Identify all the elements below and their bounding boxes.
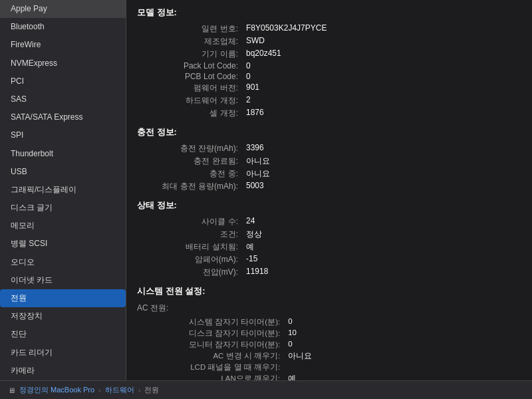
field-value: 정상 [243,228,521,241]
table-row: 최대 충전 용량(mAh):5003 [137,180,521,193]
sidebar-item-spi[interactable]: SPI [0,126,126,144]
table-row: 기기 이름:bq20z451 [137,48,521,61]
sidebar: Apple PayBluetoothFireWireNVMExpressPCIS… [0,0,126,380]
table-row: LAN으로 깨우기:예 [137,373,521,380]
sidebar-item-disk-size[interactable]: 디스크 글기 [0,199,126,217]
sidebar-item-usb[interactable]: USB [0,163,126,181]
charge-info-table: 충전 잔량(mAh):3396충전 완료됨:아니요충전 중:아니요최대 충전 용… [137,142,521,193]
sidebar-item-bluetooth[interactable]: Bluetooth [0,18,126,36]
field-label: 최대 충전 용량(mAh): [137,180,243,193]
field-label: 디스크 잠자기 타이머(분): [137,328,285,339]
content-area: Apple PayBluetoothFireWireNVMExpressPCIS… [0,0,532,380]
table-row: 모니터 잠자기 타이머(분):0 [137,339,521,350]
field-value: F8Y0503K2J4J7PYCE [243,23,521,35]
field-value: 아니요 [285,350,521,362]
field-value: -15 [243,253,521,266]
breadcrumb-icon: 🖥 [8,386,15,394]
sidebar-item-parallel-scsi[interactable]: 병렬 SCSI [0,235,126,253]
field-label: 전압(mV): [137,266,243,279]
breadcrumb-sep2: › [138,386,141,394]
ac-section-title: AC 전원: [137,303,521,314]
table-row: 사이클 수:24 [137,215,521,228]
field-value: 24 [243,215,521,228]
charge-section-title: 충전 정보: [137,126,521,138]
table-row: 제조업체:SWD [137,35,521,48]
breadcrumb-current: 전원 [144,385,159,395]
table-row: 충전 중:아니요 [137,168,521,180]
field-value: 아니요 [243,155,521,168]
table-row: PCB Lot Code:0 [137,71,521,82]
table-row: Pack Lot Code:0 [137,61,521,71]
field-label: 일련 번호: [137,23,243,35]
table-row: 충전 완료됨:아니요 [137,155,521,168]
sidebar-item-card-reader[interactable]: 카드 리더기 [0,344,126,362]
table-row: 디스크 잠자기 타이머(분):10 [137,328,521,339]
main-window: Apple PayBluetoothFireWireNVMExpressPCIS… [0,0,532,399]
field-label: 배터리 설치됨: [137,241,243,253]
field-value: 1876 [243,107,521,120]
sidebar-item-sata-sata-express[interactable]: SATA/SATA Express [0,108,126,126]
field-label: LAN으로 깨우기: [137,373,285,380]
table-row: 암페어(mA):-15 [137,253,521,266]
field-label: 충전 중: [137,168,243,180]
ac-info-table: 시스템 잠자기 타이머(분):0디스크 잠자기 타이머(분):10모니터 잠자기… [137,317,521,380]
field-label: 펌웨어 버전: [137,82,243,94]
bottom-bar: 🖥 정경인의 MacBook Pro › 하드웨어 › 전원 [0,380,532,399]
status-info-table: 사이클 수:24조건:정상배터리 설치됨:예암페어(mA):-15전압(mV):… [137,215,521,279]
field-label: 충전 잔량(mAh): [137,142,243,155]
field-value: bq20z451 [243,48,521,61]
field-value: 예 [285,373,521,380]
sidebar-item-nvmexpress[interactable]: NVMExpress [0,55,126,72]
field-value [285,362,521,373]
field-label: 충전 완료됨: [137,155,243,168]
breadcrumb-section[interactable]: 하드웨어 [105,385,134,395]
sidebar-item-storage-device[interactable]: 저장장치 [0,307,126,325]
field-value: 0 [243,61,521,71]
breadcrumb-sep1: › [98,386,101,394]
field-label: PCB Lot Code: [137,71,243,82]
table-row: AC 변경 시 깨우기:아니요 [137,350,521,362]
field-value: SWD [243,35,521,48]
field-label: AC 변경 시 깨우기: [137,350,285,362]
breadcrumb-computer[interactable]: 정경인의 MacBook Pro [19,385,94,395]
sidebar-item-firewire[interactable]: FireWire [0,36,126,54]
sidebar-item-power[interactable]: 전원 [0,289,126,307]
field-label: 시스템 잠자기 타이머(분): [137,317,285,328]
sidebar-item-diagnosis[interactable]: 진단 [0,325,126,343]
table-row: LCD 패널을 열 때 깨우기: [137,362,521,373]
table-row: 일련 번호:F8Y0503K2J4J7PYCE [137,23,521,35]
field-label: 사이클 수: [137,215,243,228]
sidebar-item-thunderbolt[interactable]: Thunderbolt [0,145,126,163]
model-section-title: 모델 정보: [137,7,521,19]
field-value: 예 [243,241,521,253]
field-value: 3396 [243,142,521,155]
field-label: 모니터 잠자기 타이머(분): [137,339,285,350]
table-row: 조건:정상 [137,228,521,241]
table-row: 전압(mV):11918 [137,266,521,279]
table-row: 충전 잔량(mAh):3396 [137,142,521,155]
field-value: 0 [243,71,521,82]
status-section-title: 상태 정보: [137,200,521,211]
sidebar-item-camera[interactable]: 카메라 [0,362,126,380]
field-value: 11918 [243,266,521,279]
sidebar-item-audio[interactable]: 오디오 [0,253,126,271]
sidebar-item-memory[interactable]: 메모리 [0,217,126,235]
table-row: 하드웨어 개정:2 [137,94,521,107]
field-value: 10 [285,328,521,339]
field-label: 제조업체: [137,35,243,48]
field-value: 0 [285,339,521,350]
field-value: 아니요 [243,168,521,180]
field-value: 0 [285,317,521,328]
field-label: LCD 패널을 열 때 깨우기: [137,362,285,373]
field-label: 기기 이름: [137,48,243,61]
detail-panel: 모델 정보: 일련 번호:F8Y0503K2J4J7PYCE제조업체:SWD기기… [126,0,532,380]
field-label: 조건: [137,228,243,241]
sidebar-item-ethernet-card[interactable]: 이더넷 카드 [0,271,126,289]
sidebar-item-graphics-display[interactable]: 그래픽/디스플레이 [0,181,126,199]
sidebar-item-pci[interactable]: PCI [0,72,126,90]
sidebar-item-apple-pay[interactable]: Apple Pay [0,0,126,18]
field-value: 5003 [243,180,521,193]
table-row: 시스템 잠자기 타이머(분):0 [137,317,521,328]
field-label: 암페어(mA): [137,253,243,266]
sidebar-item-sas[interactable]: SAS [0,90,126,108]
